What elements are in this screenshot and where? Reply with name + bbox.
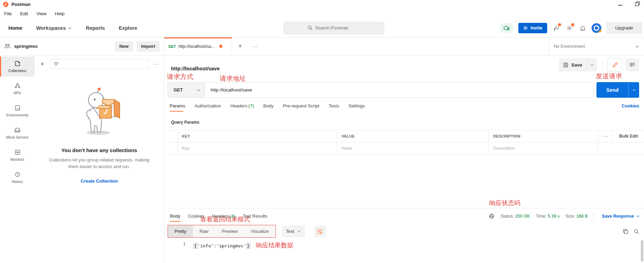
tab-tests[interactable]: Tests xyxy=(329,103,339,112)
search-box[interactable] xyxy=(283,22,384,34)
copy-icon[interactable] xyxy=(623,229,628,234)
request-tab[interactable]: GET http://localhost/sa... xyxy=(164,37,232,55)
chevron-down-icon xyxy=(590,63,594,67)
bulk-edit-button[interactable]: Bulk Edit xyxy=(613,130,644,142)
response-tab-headers[interactable]: Headers(4) xyxy=(212,209,235,223)
response-scrollbar[interactable] xyxy=(641,240,643,262)
send-options-button[interactable] xyxy=(628,82,639,98)
key-input[interactable]: Key xyxy=(177,142,337,154)
tab-params[interactable]: Params xyxy=(170,103,185,112)
sync-status-button[interactable] xyxy=(500,23,514,33)
response-tab-cookies[interactable]: Cookies xyxy=(188,209,204,223)
comment-button[interactable] xyxy=(625,58,639,71)
request-name: http://localhost/save xyxy=(171,66,559,71)
new-button[interactable]: New xyxy=(115,41,133,52)
save-options-button[interactable] xyxy=(587,58,597,71)
invite-button[interactable]: Invite xyxy=(518,23,547,33)
nav-reports[interactable]: Reports xyxy=(86,25,105,31)
filter-input[interactable] xyxy=(59,61,146,67)
nav-home[interactable]: Home xyxy=(8,25,22,31)
format-dropdown[interactable]: Text xyxy=(282,226,305,237)
workspace-name[interactable]: springmvc xyxy=(14,44,111,49)
panel-more-icon[interactable]: ◦◦◦ xyxy=(153,62,159,66)
add-collection-button[interactable]: + xyxy=(38,60,46,68)
sidebar-item-monitors[interactable]: Monitors xyxy=(0,145,35,165)
collections-icon xyxy=(14,60,21,67)
annotation-response-status: 响应状态码 xyxy=(489,199,520,207)
tab-pre-request-script[interactable]: Pre-request Script xyxy=(283,103,319,112)
request-tab-strip: GET http://localhost/sa... + ◦◦◦ No Envi… xyxy=(164,37,644,55)
settings-dot xyxy=(571,23,574,26)
table-header-row: KEY VALUE DESCRIPTION ◦◦◦ Bulk Edit xyxy=(164,130,644,142)
annotation-response-data: 响应结果数据 xyxy=(256,242,294,249)
restore-window-icon[interactable] xyxy=(635,1,640,6)
settings-button[interactable] xyxy=(565,24,574,32)
line-number: 1 xyxy=(164,241,186,246)
avatar[interactable] xyxy=(592,23,601,33)
nav-workspaces[interactable]: Workspaces xyxy=(36,25,72,31)
view-mode-switcher: Pretty Raw Preview Visualize xyxy=(168,225,276,238)
search-input[interactable] xyxy=(315,25,361,30)
tab-body[interactable]: Body xyxy=(263,103,274,112)
minimize-icon[interactable] xyxy=(618,5,622,6)
column-value: VALUE xyxy=(337,130,489,142)
sidebar-item-collections[interactable]: Collections xyxy=(0,56,35,77)
mode-raw[interactable]: Raw xyxy=(193,225,215,237)
upgrade-button[interactable]: Upgrade xyxy=(606,22,642,34)
menu-edit[interactable]: Edit xyxy=(20,11,28,16)
chevron-down-icon xyxy=(68,26,72,30)
tab-settings[interactable]: Settings xyxy=(348,103,365,112)
notifications-button[interactable] xyxy=(578,24,587,32)
pencil-icon xyxy=(612,62,618,68)
method-dropdown[interactable]: GET xyxy=(168,82,205,97)
filter-icon xyxy=(53,62,59,66)
cookies-link[interactable]: Cookies xyxy=(621,103,639,108)
import-button[interactable]: Import xyxy=(137,41,160,52)
wrap-text-button[interactable] xyxy=(314,226,326,237)
tab-options-icon[interactable]: ◦◦◦ xyxy=(248,37,262,55)
main-navbar: Home Workspaces Reports Explore Invite xyxy=(0,19,644,37)
nav-explore[interactable]: Explore xyxy=(119,25,137,31)
tab-headers[interactable]: Headers(7) xyxy=(230,103,254,112)
sidebar-item-environments[interactable]: Environments xyxy=(0,101,35,121)
divider xyxy=(593,212,593,221)
tab-authorization[interactable]: Authorization xyxy=(195,103,221,112)
menu-help[interactable]: Help xyxy=(55,11,65,16)
menubar: File Edit View Help xyxy=(0,8,644,19)
create-collection-link[interactable]: Create Collection xyxy=(81,178,118,184)
status-badge: Status: 200 OK xyxy=(500,214,530,219)
globe-icon[interactable] xyxy=(489,213,494,219)
sidebar-item-mock-servers[interactable]: Mock Servers xyxy=(0,123,35,143)
sidebar-item-history[interactable]: History xyxy=(0,167,35,187)
url-input[interactable] xyxy=(205,87,593,93)
value-input[interactable]: Value xyxy=(337,142,489,154)
sidebar-rail: Collections APIs Environments Mock Serve… xyxy=(0,55,35,263)
workspace-people-icon xyxy=(4,43,11,49)
mode-pretty[interactable]: Pretty xyxy=(168,225,193,237)
new-tab-button[interactable]: + xyxy=(232,37,248,55)
edit-request-button[interactable] xyxy=(607,58,622,71)
response-tab-test-results[interactable]: Test Results xyxy=(243,209,268,223)
mode-visualize[interactable]: Visualize xyxy=(244,225,276,237)
whats-new-button[interactable] xyxy=(552,24,560,32)
sidebar-item-apis[interactable]: APIs xyxy=(0,79,35,99)
search-response-icon[interactable] xyxy=(634,229,639,234)
save-button[interactable]: Save xyxy=(559,58,587,71)
response-json: {'info':'springmvc'}响应结果数据 xyxy=(193,241,294,249)
send-button[interactable]: Send xyxy=(596,82,628,98)
request-tabs: Params Authorization Headers(7) Body Pre… xyxy=(164,103,644,115)
environments-icon xyxy=(14,105,21,111)
annotation-request-url: 请求地址 xyxy=(220,74,246,83)
mode-preview[interactable]: Preview xyxy=(215,225,244,237)
params-more-icon[interactable]: ◦◦◦ xyxy=(598,130,613,142)
menu-file[interactable]: File xyxy=(4,11,12,16)
filter-box[interactable] xyxy=(50,59,149,69)
response-body[interactable]: 1 {'info':'springmvc'}响应结果数据 xyxy=(164,241,644,249)
tab-method-label: GET xyxy=(168,44,176,49)
environment-selector[interactable]: No Environment xyxy=(549,37,644,55)
response-tab-body[interactable]: Body xyxy=(170,209,180,223)
menu-view[interactable]: View xyxy=(36,11,46,16)
select-all-cell[interactable] xyxy=(164,130,177,142)
save-response-button[interactable]: Save Response xyxy=(602,214,640,219)
description-input[interactable]: Description xyxy=(489,142,598,154)
